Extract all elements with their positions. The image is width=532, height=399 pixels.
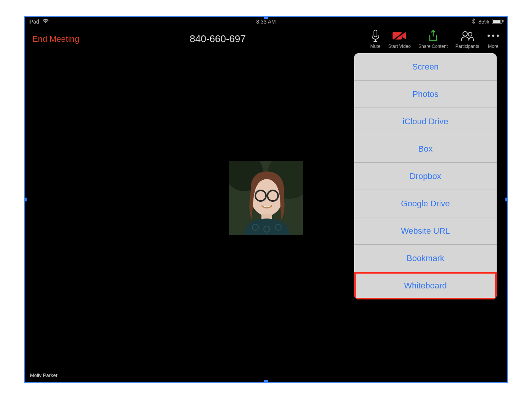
share-option-photos[interactable]: Photos xyxy=(354,81,497,108)
share-option-dropbox[interactable]: Dropbox xyxy=(354,163,497,190)
meeting-toolbar: End Meeting 840-660-697 Mute Start Video… xyxy=(25,26,507,52)
menu-label: iCloud Drive xyxy=(403,117,448,127)
clock-time: 8:33 AM xyxy=(256,19,276,25)
selection-handle xyxy=(25,198,27,201)
share-option-icloud-drive[interactable]: iCloud Drive xyxy=(354,108,497,135)
share-icon xyxy=(428,29,439,42)
participants-button[interactable]: Participants xyxy=(455,29,479,49)
svg-point-9 xyxy=(492,35,494,37)
svg-rect-2 xyxy=(502,20,504,22)
toolbar-label: Mute xyxy=(370,44,380,49)
microphone-icon xyxy=(370,29,381,42)
toolbar-label: More xyxy=(488,44,498,49)
battery-icon xyxy=(492,19,504,25)
share-content-popover: Screen Photos iCloud Drive Box Dropbox G… xyxy=(354,53,497,299)
selection-handle xyxy=(264,17,268,19)
participants-icon xyxy=(461,29,474,42)
svg-point-7 xyxy=(468,32,472,36)
popover-arrow xyxy=(405,53,414,54)
participant-avatar xyxy=(229,161,303,235)
device-label: iPad xyxy=(28,19,39,25)
svg-point-10 xyxy=(497,35,499,37)
menu-label: Box xyxy=(418,144,433,154)
mute-button[interactable]: Mute xyxy=(370,29,381,49)
share-option-screen[interactable]: Screen xyxy=(354,53,497,81)
share-option-website-url[interactable]: Website URL xyxy=(354,217,497,245)
menu-label: Website URL xyxy=(401,226,450,236)
more-icon xyxy=(487,29,500,42)
selection-handle xyxy=(505,198,507,201)
toolbar-label: Share Content xyxy=(418,44,448,49)
svg-point-8 xyxy=(488,35,490,37)
battery-percent: 85% xyxy=(478,19,489,25)
zoom-ipad-screenshot: iPad 8:33 AM 85% End Meeting 840-660-697 xyxy=(25,17,507,382)
end-meeting-button[interactable]: End Meeting xyxy=(32,34,79,44)
svg-rect-1 xyxy=(493,20,500,23)
svg-rect-3 xyxy=(374,30,377,37)
participant-name-label: Molly Parker xyxy=(30,372,57,378)
menu-label: Dropbox xyxy=(410,171,441,181)
bluetooth-icon xyxy=(472,18,475,25)
more-button[interactable]: More xyxy=(487,29,500,49)
wifi-icon xyxy=(42,19,49,25)
share-content-button[interactable]: Share Content xyxy=(418,29,448,49)
menu-label: Screen xyxy=(412,62,439,72)
toolbar-label: Participants xyxy=(455,44,479,49)
menu-label: Google Drive xyxy=(401,199,450,209)
share-option-bookmark[interactable]: Bookmark xyxy=(354,245,497,272)
svg-point-6 xyxy=(463,32,467,36)
selection-handle xyxy=(264,380,268,382)
share-option-box[interactable]: Box xyxy=(354,135,497,163)
menu-label: Bookmark xyxy=(407,253,444,263)
menu-label: Whiteboard xyxy=(404,281,447,291)
share-option-google-drive[interactable]: Google Drive xyxy=(354,190,497,217)
meeting-id-label: 840-660-697 xyxy=(190,33,245,45)
menu-label: Photos xyxy=(412,89,439,99)
video-off-icon xyxy=(392,29,407,42)
share-option-whiteboard[interactable]: Whiteboard xyxy=(354,272,497,299)
toolbar-label: Start Video xyxy=(388,44,411,49)
start-video-button[interactable]: Start Video xyxy=(388,29,411,49)
